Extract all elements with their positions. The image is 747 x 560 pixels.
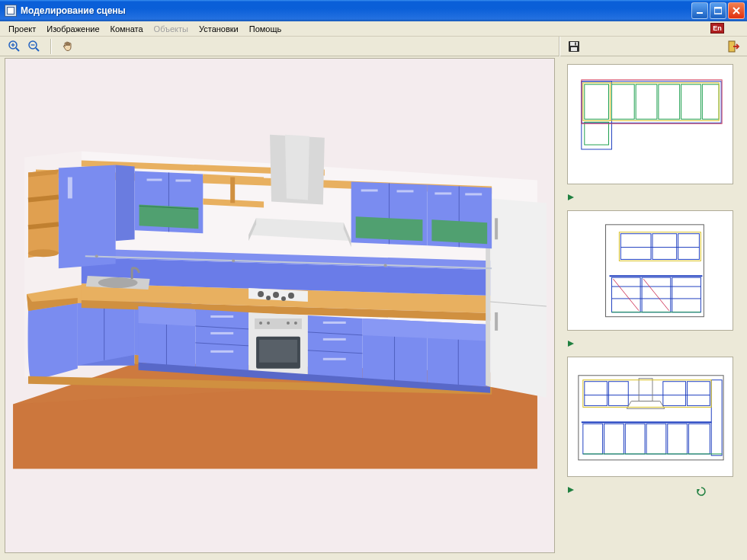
window-buttons — [691, 2, 745, 19]
svg-rect-43 — [210, 350, 233, 353]
toolbar-left — [0, 38, 76, 55]
menu-room[interactable]: Комната — [105, 23, 149, 35]
svg-point-57 — [281, 296, 286, 301]
svg-rect-61 — [323, 322, 346, 324]
svg-rect-110 — [361, 189, 378, 191]
svg-rect-93 — [68, 178, 72, 199]
save-icon — [568, 40, 580, 53]
svg-marker-135 — [568, 194, 574, 200]
menu-help[interactable]: Помощь — [244, 23, 287, 35]
svg-rect-14 — [571, 47, 577, 51]
menubar: Проект Изображение Комната Объекты Устан… — [0, 21, 747, 37]
svg-line-89 — [28, 224, 59, 227]
svg-rect-115 — [434, 192, 451, 194]
main-3d-view[interactable] — [5, 58, 555, 553]
top-view-drawing — [568, 65, 733, 184]
left-elevation-drawing — [568, 211, 733, 331]
side-panel — [563, 58, 741, 553]
svg-rect-99 — [175, 180, 191, 182]
language-badge[interactable]: En — [710, 23, 724, 34]
svg-marker-96 — [139, 204, 199, 229]
zoom-in-button[interactable] — [6, 38, 23, 55]
side-view-top[interactable] — [567, 64, 733, 184]
svg-line-88 — [28, 197, 59, 200]
app-icon — [5, 5, 17, 17]
svg-rect-41 — [210, 315, 233, 318]
svg-marker-91 — [59, 165, 116, 269]
nav-arrow-3[interactable] — [566, 486, 576, 494]
side-view-left[interactable] — [567, 210, 733, 331]
svg-rect-83 — [495, 312, 498, 331]
refresh-views-button[interactable] — [696, 486, 707, 497]
svg-marker-37 — [139, 306, 196, 326]
svg-point-55 — [288, 293, 294, 299]
svg-rect-0 — [697, 12, 703, 14]
svg-point-53 — [258, 291, 264, 297]
svg-rect-47 — [259, 340, 297, 363]
zoom-out-button[interactable] — [26, 38, 43, 55]
pan-hand-icon — [61, 40, 75, 53]
svg-line-10 — [36, 48, 39, 51]
exit-icon — [727, 40, 741, 53]
svg-point-77 — [98, 277, 138, 288]
svg-marker-172 — [568, 487, 574, 493]
svg-point-119 — [95, 254, 98, 258]
exit-button[interactable] — [726, 38, 742, 55]
svg-marker-73 — [427, 322, 490, 341]
svg-rect-62 — [323, 338, 346, 341]
svg-rect-63 — [323, 358, 346, 360]
svg-point-49 — [267, 322, 270, 325]
svg-rect-13 — [570, 42, 578, 46]
svg-point-48 — [259, 322, 262, 325]
toolbar — [0, 37, 747, 56]
zoom-out-icon — [27, 40, 41, 53]
svg-marker-92 — [116, 165, 135, 242]
close-button[interactable] — [728, 2, 745, 19]
svg-point-51 — [294, 322, 297, 325]
svg-point-54 — [273, 292, 279, 298]
svg-rect-15 — [575, 43, 576, 46]
toolbar-side — [566, 38, 582, 55]
svg-rect-2 — [714, 7, 722, 9]
svg-point-90 — [28, 249, 59, 257]
nav-arrow-1[interactable] — [566, 194, 576, 201]
svg-point-56 — [266, 296, 271, 300]
svg-marker-112 — [356, 216, 423, 241]
svg-rect-82 — [495, 218, 498, 239]
front-elevation-drawing — [568, 357, 733, 477]
pan-button[interactable] — [59, 38, 76, 55]
svg-point-50 — [287, 322, 290, 325]
minimize-button[interactable] — [691, 2, 708, 19]
svg-rect-42 — [210, 332, 233, 334]
svg-marker-68 — [363, 318, 428, 338]
svg-marker-117 — [431, 219, 487, 244]
svg-marker-79 — [490, 198, 547, 397]
titlebar: Моделирование сцены — [0, 0, 747, 21]
toolbar-divider — [559, 37, 560, 56]
svg-marker-86 — [28, 170, 59, 258]
svg-line-6 — [16, 48, 19, 51]
kitchen-3d-scene — [5, 59, 554, 552]
nav-arrow-2[interactable] — [566, 340, 576, 347]
svg-point-120 — [232, 259, 235, 262]
toolbar-separator — [50, 39, 52, 54]
menu-objects: Объекты — [149, 23, 194, 35]
menu-image[interactable]: Изображение — [41, 23, 104, 35]
svg-marker-38 — [195, 309, 248, 372]
svg-rect-98 — [147, 179, 162, 181]
svg-rect-116 — [465, 193, 482, 195]
svg-rect-111 — [397, 190, 414, 192]
svg-rect-78 — [131, 268, 133, 279]
menu-project[interactable]: Проект — [3, 23, 41, 35]
save-button[interactable] — [566, 38, 582, 55]
svg-marker-152 — [568, 341, 574, 347]
refresh-icon — [696, 486, 707, 497]
side-view-front[interactable] — [567, 357, 733, 477]
menu-settings[interactable]: Установки — [194, 23, 244, 35]
svg-point-121 — [384, 264, 387, 267]
maximize-button[interactable] — [710, 2, 726, 19]
svg-rect-102 — [230, 178, 235, 203]
workspace — [0, 56, 747, 560]
toolbar-right — [726, 38, 742, 55]
svg-marker-104 — [285, 135, 309, 200]
